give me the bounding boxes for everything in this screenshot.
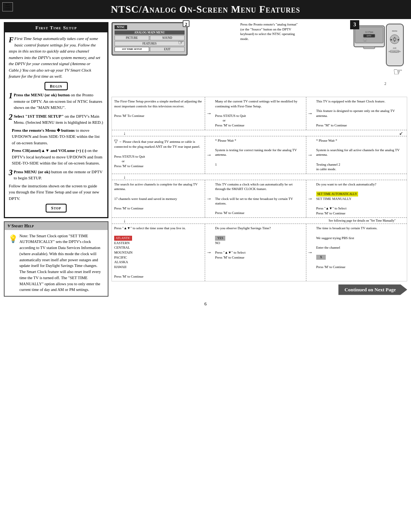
- svg-text:ok: ok: [364, 40, 366, 42]
- step-1-num: 1: [9, 92, 13, 99]
- smart-help-text: Note: The Smart Clock option "SET TIME A…: [19, 233, 104, 293]
- smart-help-box: ⅟ Smart Help 💡 Note: The Smart Clock opt…: [4, 221, 108, 297]
- smart-help-content: 💡 Note: The Smart Clock option "SET TIME…: [5, 230, 108, 296]
- flow-row-4: Press "▲▼" to select the time zone that …: [112, 224, 407, 281]
- menu-row-1: PICTURE SOUND: [115, 35, 185, 40]
- flow-arrow-4-1: →: [205, 224, 213, 281]
- setup-item: 1ST TIME SETUP: [115, 47, 149, 52]
- picture-item: PICTURE: [115, 35, 149, 40]
- smart-help-label: Smart Help: [11, 223, 34, 229]
- remote-svg: 12:37pm DTV ok menu ▲ ▼: [352, 22, 405, 94]
- exit-item: EXIT: [150, 47, 185, 52]
- setup-box: First Time Setup F First Time Setup auto…: [4, 22, 108, 218]
- left-column: First Time Setup F First Time Setup auto…: [4, 22, 108, 297]
- flow-arrow-3-2: →: [306, 180, 314, 218]
- svg-text:3/9 Analog DTV: 3/9 Analog DTV: [388, 51, 401, 53]
- follow-text: Follow the instructions shown on the scr…: [9, 183, 104, 202]
- flow-cell-3-1: The search for active channels is comple…: [112, 180, 205, 218]
- tv-illustration-area: NTSC ANALOG MAIN MENU PICTURE SOUND FEAT…: [112, 22, 407, 94]
- ntsc-label: NTSC: [115, 25, 127, 29]
- lightbulb-icon: 💡: [8, 233, 18, 244]
- flow-arrow-2-2: →: [306, 136, 314, 174]
- set-time-auto: SET TIME AUTOMATICALLY: [316, 192, 358, 197]
- step-2-num: 2: [9, 113, 13, 121]
- step-3-text: Press MENU (or ok) button on the remote …: [14, 169, 104, 181]
- down-arrows-1: ↓ ↙: [112, 130, 407, 136]
- setup-intro: F First Time Setup automatically takes c…: [9, 35, 104, 80]
- header-title: NTSC/Analog On-Screen Menu Features: [111, 4, 300, 15]
- right-column: NTSC ANALOG MAIN MENU PICTURE SOUND FEAT…: [112, 22, 407, 295]
- page-wrapper: DTV USER GUIDE NTSC/Analog On-Screen Men…: [0, 0, 411, 316]
- menu-row-2: 1ST TIME SETUP EXIT: [115, 47, 185, 52]
- step-2-sub-a: Press the remote's Menu ✤ buttons to mov…: [9, 127, 104, 146]
- step-1-text: Press the MENU (or ok) button on the Pro…: [14, 92, 104, 111]
- down-arrows-2: ↓: [112, 174, 407, 180]
- atlantic-highlight: ATLANTIC: [114, 236, 132, 241]
- page-number: 6: [0, 300, 411, 308]
- step-2: 2 Select "1ST TIME SETUP" on the DPTV's …: [9, 113, 104, 126]
- flow-cell-3-3: Do you want to set the clock automatical…: [314, 180, 407, 218]
- flow-arrow-2-1: →: [205, 136, 213, 174]
- fraction-icon: ⅟: [8, 224, 10, 228]
- flow-cell-1-2: Many of the current TV control settings …: [213, 97, 306, 130]
- flow-cell-4-1: Press "▲▼" to select the time zone that …: [112, 224, 205, 281]
- flow-cell-1-1: The First-Time Setup provides a simple m…: [112, 97, 205, 130]
- continued-banner: Continued on Next Page: [338, 284, 407, 295]
- svg-text:◀: ◀: [390, 38, 392, 41]
- step-3-num: 3: [9, 169, 13, 176]
- flow-cell-3-2: This TV contains a clock which can autom…: [213, 180, 306, 218]
- page-header: NTSC/Analog On-Screen Menu Features: [0, 0, 411, 19]
- flow-arrow-4-2: →: [306, 224, 314, 281]
- features-item: FEATURES: [115, 41, 185, 46]
- svg-text:menu: menu: [392, 30, 397, 32]
- step-1: 1 Press the MENU (or ok) button on the P…: [9, 92, 104, 111]
- cursor-indicator: ☞: [178, 39, 183, 46]
- main-layout: First Time Setup F First Time Setup auto…: [0, 19, 411, 300]
- step2-badge: 2: [183, 20, 190, 27]
- yes-highlight: YES: [215, 236, 225, 241]
- svg-text:DTV: DTV: [367, 35, 372, 37]
- flow-arrow-1-1: →: [205, 97, 213, 130]
- flow-cell-4-3: The time is broadcast by certain TV stat…: [314, 224, 407, 281]
- svg-text:☞: ☞: [393, 66, 403, 78]
- flow-cell-1-3: This TV is equipped with the Smart Clock…: [314, 97, 407, 130]
- svg-text:2: 2: [384, 81, 386, 86]
- setup-box-content: F First Time Setup automatically takes c…: [5, 32, 107, 217]
- flow-diagram: The First-Time Setup provides a simple m…: [112, 97, 407, 281]
- flow-row-1: The First-Time Setup provides a simple m…: [112, 97, 407, 130]
- svg-rect-7: [363, 47, 375, 49]
- stop-button: Stop: [9, 204, 104, 212]
- svg-text:▶: ▶: [398, 38, 400, 41]
- corner-logo: DTV USER GUIDE: [2, 2, 13, 11]
- flow-cell-2-2: * Please Wait * System is testing for co…: [213, 136, 306, 174]
- setup-box-title: First Time Setup: [5, 23, 107, 32]
- continued-banner-wrapper: Continued on Next Page: [112, 284, 407, 295]
- step-2-sub-b: Press CH(annel)▲▼ and VOLume (+) (-) on …: [9, 147, 104, 166]
- flow-arrow-3-1: →: [205, 180, 213, 218]
- step-2-text: Select "1ST TIME SETUP" on the DPTV's Ma…: [14, 114, 103, 125]
- flow-row-3: The search for active channels is comple…: [112, 180, 407, 218]
- callout-top: Press the Pronto remote's "analog format…: [241, 22, 299, 41]
- flow-arrow-1-2: →: [306, 97, 314, 130]
- step-3: 3 Press MENU (or ok) button on the remot…: [9, 169, 104, 181]
- flow-cell-2-1: ▽ → Please check that your analog TV ant…: [112, 136, 205, 174]
- down-arrows-3: ↓ See following page for details on "Set…: [112, 218, 407, 224]
- svg-text:12:37pm: 12:37pm: [365, 31, 373, 33]
- flow-row-2: ▽ → Please check that your analog TV ant…: [112, 136, 407, 174]
- remote-area: 3 12:37pm DTV ok: [352, 22, 407, 94]
- flow-cell-4-2: Do you observe Daylight Savings Time? YE…: [213, 224, 306, 281]
- flow-cell-2-3: * Please Wait * System is searching for …: [314, 136, 407, 174]
- channel-x: X: [316, 255, 326, 260]
- menu-title: ANALOG MAIN MENU: [115, 30, 185, 35]
- step3-badge-outer: 3: [350, 20, 359, 29]
- smart-help-title: ⅟ Smart Help: [5, 222, 108, 230]
- svg-text:ok: ok: [394, 38, 395, 40]
- svg-text:exit: exit: [393, 47, 397, 49]
- tv-screen: NTSC ANALOG MAIN MENU PICTURE SOUND FEAT…: [112, 22, 188, 56]
- begin-button: Begin: [9, 82, 104, 91]
